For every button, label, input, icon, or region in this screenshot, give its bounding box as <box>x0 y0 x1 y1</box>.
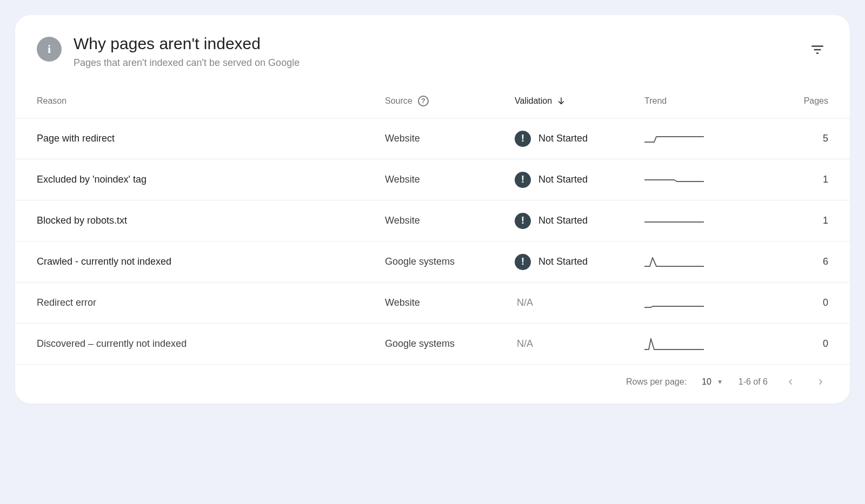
rows-per-page-value: 10 <box>702 377 711 387</box>
next-page-button[interactable] <box>813 374 828 389</box>
col-source[interactable]: Source ? <box>385 96 515 106</box>
table-row[interactable]: Crawled - currently not indexedGoogle sy… <box>15 241 850 283</box>
cell-source: Website <box>385 174 515 185</box>
cell-source: Google systems <box>385 338 515 350</box>
cell-trend <box>644 337 763 352</box>
table-row[interactable]: Page with redirectWebsite!Not Started5 <box>15 118 850 159</box>
cell-validation: N/A <box>515 297 644 308</box>
col-validation-label: Validation <box>515 96 552 106</box>
dropdown-icon: ▼ <box>717 378 723 386</box>
cell-source: Website <box>385 297 515 308</box>
warning-icon: ! <box>515 213 531 229</box>
validation-status: Not Started <box>538 215 588 226</box>
cell-validation: !Not Started <box>515 131 644 147</box>
table-row[interactable]: Blocked by robots.txtWebsite!Not Started… <box>15 200 850 241</box>
validation-status: Not Started <box>538 133 588 144</box>
cell-trend <box>644 213 763 229</box>
cell-validation: !Not Started <box>515 172 644 188</box>
col-pages[interactable]: Pages <box>763 96 828 106</box>
trend-sparkline <box>644 131 704 146</box>
cell-pages: 1 <box>763 174 828 185</box>
prev-page-button[interactable] <box>783 374 798 389</box>
cell-reason: Discovered – currently not indexed <box>37 338 385 350</box>
col-source-label: Source <box>385 96 412 106</box>
page-range: 1-6 of 6 <box>738 377 768 387</box>
cell-trend <box>644 172 763 187</box>
table-row[interactable]: Discovered – currently not indexedGoogle… <box>15 324 850 365</box>
chevron-right-icon <box>816 378 825 386</box>
cell-pages: 0 <box>763 297 828 308</box>
warning-icon: ! <box>515 254 531 270</box>
cell-source: Website <box>385 133 515 144</box>
card-subtitle: Pages that aren't indexed can't be serve… <box>74 57 795 69</box>
rows-per-page-label: Rows per page: <box>626 377 687 387</box>
trend-sparkline <box>644 254 704 270</box>
filter-button[interactable] <box>807 39 828 61</box>
table-pager: Rows per page: 10 ▼ 1-6 of 6 <box>15 365 850 404</box>
cell-pages: 0 <box>763 338 828 350</box>
header-titles: Why pages aren't indexed Pages that aren… <box>74 35 795 69</box>
warning-icon: ! <box>515 131 531 147</box>
cell-trend <box>644 254 763 270</box>
cell-pages: 5 <box>763 133 828 144</box>
card-header: i Why pages aren't indexed Pages that ar… <box>15 15 850 84</box>
chevron-left-icon <box>786 378 795 386</box>
indexing-reasons-card: i Why pages aren't indexed Pages that ar… <box>15 15 850 404</box>
reasons-table: Reason Source ? Validation Trend Pages P… <box>15 84 850 365</box>
validation-status: Not Started <box>538 256 588 267</box>
cell-reason: Page with redirect <box>37 133 385 144</box>
warning-icon: ! <box>515 172 531 188</box>
cell-pages: 1 <box>763 215 828 226</box>
filter-icon <box>810 43 824 57</box>
col-trend[interactable]: Trend <box>644 96 763 106</box>
help-icon[interactable]: ? <box>418 96 429 106</box>
card-title: Why pages aren't indexed <box>74 35 795 53</box>
validation-status: N/A <box>515 338 533 350</box>
cell-pages: 6 <box>763 256 828 267</box>
cell-source: Google systems <box>385 256 515 267</box>
validation-status: N/A <box>515 297 533 308</box>
trend-sparkline <box>644 213 704 229</box>
cell-validation: !Not Started <box>515 213 644 229</box>
col-reason[interactable]: Reason <box>37 96 385 106</box>
table-row[interactable]: Redirect errorWebsiteN/A0 <box>15 283 850 324</box>
cell-reason: Blocked by robots.txt <box>37 215 385 226</box>
trend-sparkline <box>644 172 704 187</box>
trend-sparkline <box>644 337 704 352</box>
cell-reason: Redirect error <box>37 297 385 308</box>
cell-validation: N/A <box>515 338 644 350</box>
cell-trend <box>644 295 763 311</box>
table-row[interactable]: Excluded by 'noindex' tagWebsite!Not Sta… <box>15 159 850 200</box>
validation-status: Not Started <box>538 174 588 185</box>
cell-reason: Excluded by 'noindex' tag <box>37 174 385 185</box>
rows-per-page-select[interactable]: 10 ▼ <box>702 377 723 387</box>
col-validation[interactable]: Validation <box>515 96 644 106</box>
cell-source: Website <box>385 215 515 226</box>
cell-reason: Crawled - currently not indexed <box>37 256 385 267</box>
trend-sparkline <box>644 295 704 311</box>
info-icon: i <box>37 37 62 62</box>
cell-validation: !Not Started <box>515 254 644 270</box>
sort-desc-icon <box>556 96 566 106</box>
cell-trend <box>644 131 763 146</box>
table-header-row: Reason Source ? Validation Trend Pages <box>15 84 850 118</box>
